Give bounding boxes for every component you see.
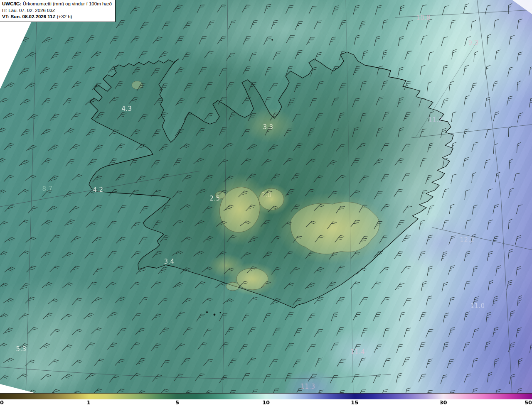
wind-barb [183,20,192,31]
wind-barb [509,35,515,46]
wind-barb [398,97,404,108]
wind-barb [315,328,323,338]
wind-barb [529,66,532,77]
wind-barb [72,173,82,183]
wind-barb [25,359,35,369]
wind-barb [20,66,29,77]
wind-barb [405,387,411,394]
wind-barb [421,189,427,201]
wind-barb [316,80,323,91]
wind-barb [380,266,389,276]
wind-barb [250,388,258,394]
wind-barb [264,95,271,107]
wind-barb [225,326,234,337]
wind-barb [184,111,192,122]
wind-barb [426,234,433,245]
wind-barb [315,112,323,123]
wind-barb [269,82,278,93]
wind-barb [219,341,229,351]
wind-barb [398,66,403,78]
wind-barb [108,65,118,75]
wind-barb [405,50,412,61]
wind-barb [310,66,317,78]
wind-barb [203,389,212,394]
wind-barb [264,342,271,354]
wind-barb [5,204,15,214]
wind-barb [131,35,140,45]
wind-barb [293,235,302,245]
wind-barb [175,35,184,46]
wind-barb [115,51,124,61]
wind-barb [42,281,52,291]
wind-barb [62,281,73,291]
precip-value-label: 5.3 [16,345,26,353]
wind-barb [4,266,15,275]
wind-barb [140,20,149,31]
precip-value-label: 12.2 [460,236,475,244]
wind-barb [293,113,301,123]
wind-barb [243,35,251,46]
wind-barb [399,5,404,16]
wind-barb [310,97,317,108]
wind-barb [314,266,324,276]
wind-barb [420,4,426,15]
wind-barb [374,35,380,46]
wind-barb [472,172,476,183]
wind-barb [238,280,248,290]
wind-barb [307,343,316,354]
wind-barb [463,128,469,139]
wind-barb [442,64,448,76]
wind-barb [182,51,191,62]
wind-barb [428,51,433,62]
wind-barb [509,159,513,169]
wind-barb [51,51,60,62]
wind-barb [227,51,235,62]
wind-barb [421,34,427,46]
wind-barb [219,374,228,385]
wind-barb [135,142,145,152]
wind-barb [195,372,204,382]
wind-barb [402,142,411,153]
wind-barb [404,111,411,122]
wind-barb [373,311,381,322]
wind-barb [465,219,471,230]
wind-barb [4,142,14,152]
wind-barb [518,358,522,369]
wind-barb [485,65,490,76]
wind-barb [115,296,125,306]
wind-barb [204,112,213,122]
wind-barb [197,95,205,106]
wind-barb [228,357,236,368]
wind-barb [49,358,59,368]
wind-barb [0,97,8,107]
wind-barb [229,20,236,31]
wind-barb [516,204,522,215]
wind-barb [242,312,250,323]
wind-barb [308,127,315,138]
wind-barb [354,34,360,46]
wind-barb [92,174,102,185]
wind-barb [223,298,234,307]
wind-barb [4,81,15,90]
wind-barb [4,174,14,184]
precip-value-label: 11.4 [351,348,365,356]
wind-barb [27,264,37,274]
precip-value-label: 3.4 [164,258,174,265]
wind-barb [229,111,236,122]
wind-barb [5,236,15,245]
wind-barb [85,341,95,352]
wind-barb [242,372,250,383]
wind-barb [62,251,73,260]
wind-barb [0,374,8,384]
wind-barb [530,342,532,353]
wind-barb [286,34,295,44]
wind-barb [41,373,51,383]
wind-barb [247,143,257,152]
product-title: Úrkomumætti (mm) og vindur í 100m hæð [23,1,112,6]
precip-colorbar [0,394,532,399]
wind-barb [227,234,236,245]
wind-barb [451,111,456,122]
wind-barb [284,250,293,261]
wind-barb [495,172,500,183]
wind-barb [332,97,339,108]
